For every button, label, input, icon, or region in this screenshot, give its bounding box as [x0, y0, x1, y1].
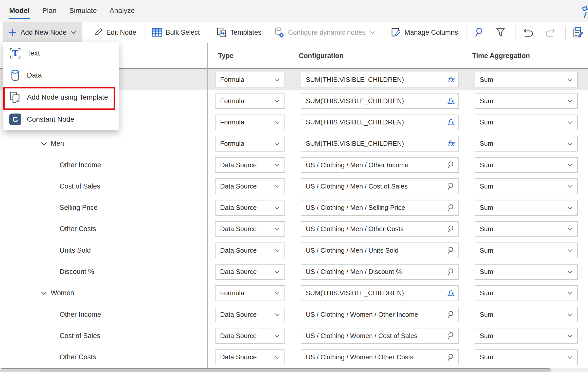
time-aggregation-dropdown[interactable]: Sum [475, 93, 578, 109]
table-row[interactable]: Other Costs Data Source US / Clothing / … [0, 218, 588, 240]
time-aggregation-dropdown[interactable]: Sum [475, 115, 578, 130]
redo-button[interactable] [545, 22, 556, 43]
chevron-down-icon[interactable] [40, 140, 48, 147]
configuration-input[interactable]: US / Clothing / Men / Discount % fx [301, 264, 459, 280]
configure-dynamic-nodes-button[interactable]: Configure dynamic nodes [274, 22, 376, 43]
type-dropdown[interactable]: Data Source [215, 157, 285, 173]
edit-node-button[interactable]: Edit Node [93, 22, 136, 43]
search-icon[interactable] [447, 247, 454, 254]
time-aggregation-dropdown[interactable]: Sum [475, 178, 578, 194]
tree-cell[interactable]: Other Income [0, 304, 207, 325]
tab-plan[interactable]: Plan [42, 0, 57, 19]
search-icon[interactable] [447, 268, 454, 276]
formula-fx-icon[interactable]: fx [447, 289, 454, 297]
tree-cell[interactable]: Cost of Sales [0, 176, 207, 197]
filter-button[interactable] [495, 22, 506, 43]
menu-item-constant-node[interactable]: C Constant Node [3, 108, 119, 130]
formula-fx-icon[interactable]: fx [447, 139, 454, 148]
menu-item-data[interactable]: Data [3, 64, 119, 86]
table-row[interactable]: Units Sold Data Source US / Clothing / M… [0, 240, 588, 261]
table-row[interactable]: Women Formula SUM(THIS.VISIBLE_CHILDREN)… [0, 283, 588, 304]
tree-cell[interactable]: Other Income [0, 154, 207, 176]
table-row[interactable]: Men Formula SUM(THIS.VISIBLE_CHILDREN) f… [0, 133, 588, 154]
chevron-down-icon[interactable] [40, 289, 48, 297]
tree-cell[interactable]: Women [0, 283, 207, 304]
time-aggregation-dropdown[interactable]: Sum [475, 221, 578, 237]
undo-button[interactable] [523, 22, 534, 43]
menu-item-add-node-using-template[interactable]: Add Node using Template [3, 86, 119, 108]
configuration-input[interactable]: SUM(THIS.VISIBLE_CHILDREN) fx [301, 115, 459, 130]
search-icon[interactable] [447, 161, 454, 169]
formula-fx-icon[interactable]: fx [447, 75, 454, 84]
tree-cell[interactable]: Cost of Sales [0, 325, 207, 346]
tree-cell[interactable]: Other Costs [0, 346, 207, 368]
tree-cell[interactable]: Other Costs [0, 218, 207, 240]
search-icon[interactable] [447, 354, 454, 361]
time-aggregation-dropdown[interactable]: Sum [475, 200, 578, 216]
time-aggregation-dropdown[interactable]: Sum [475, 157, 578, 173]
time-aggregation-dropdown[interactable]: Sum [475, 349, 578, 365]
tree-cell[interactable]: Units Sold [0, 240, 207, 261]
search-icon[interactable] [447, 204, 454, 212]
time-aggregation-dropdown[interactable]: Sum [475, 136, 578, 152]
manage-columns-button[interactable]: Manage Columns [391, 22, 458, 43]
search-button[interactable] [473, 22, 484, 43]
table-row[interactable]: Other Costs Data Source US / Clothing / … [0, 346, 588, 368]
type-dropdown[interactable]: Formula [215, 115, 285, 130]
configuration-input[interactable]: US / Clothing / Women / Other Costs fx [301, 349, 459, 365]
tree-cell[interactable]: Men [0, 133, 207, 154]
templates-button[interactable]: Templates [217, 22, 261, 43]
configuration-input[interactable]: SUM(THIS.VISIBLE_CHILDREN) fx [301, 285, 459, 301]
configuration-input[interactable]: US / Clothing / Men / Units Sold fx [301, 243, 459, 258]
configuration-input[interactable]: US / Clothing / Women / Cost of Sales fx [301, 328, 459, 344]
time-aggregation-dropdown[interactable]: Sum [475, 264, 578, 280]
time-aggregation-dropdown[interactable]: Sum [475, 307, 578, 322]
formula-fx-icon[interactable]: fx [447, 97, 454, 105]
tree-cell[interactable]: Selling Price [0, 197, 207, 218]
bulk-select-button[interactable]: Bulk Select [152, 22, 200, 43]
type-dropdown[interactable]: Data Source [215, 307, 285, 322]
table-row[interactable]: Cost of Sales Data Source US / Clothing … [0, 176, 588, 197]
table-row[interactable]: Cost of Sales Data Source US / Clothing … [0, 325, 588, 346]
configuration-input[interactable]: SUM(THIS.VISIBLE_CHILDREN) fx [301, 72, 459, 87]
table-row[interactable]: Discount % Data Source US / Clothing / M… [0, 261, 588, 282]
time-aggregation-dropdown[interactable]: Sum [475, 285, 578, 301]
add-new-node-button[interactable]: Add New Node [3, 22, 82, 43]
tab-simulate[interactable]: Simulate [69, 0, 97, 19]
table-row[interactable]: Selling Price Data Source US / Clothing … [0, 197, 588, 218]
time-aggregation-dropdown[interactable]: Sum [475, 72, 578, 87]
type-dropdown[interactable]: Formula [215, 93, 285, 109]
type-dropdown[interactable]: Data Source [215, 221, 285, 237]
configuration-input[interactable]: US / Clothing / Men / Other Costs fx [301, 221, 459, 237]
configuration-input[interactable]: SUM(THIS.VISIBLE_CHILDREN) fx [301, 136, 459, 152]
configuration-input[interactable]: US / Clothing / Men / Other Income fx [301, 157, 459, 173]
search-icon[interactable] [447, 332, 454, 340]
menu-item-text[interactable]: T Text [3, 42, 119, 64]
search-icon[interactable] [447, 311, 454, 318]
time-aggregation-dropdown[interactable]: Sum [475, 243, 578, 258]
time-aggregation-dropdown[interactable]: Sum [475, 328, 578, 344]
type-dropdown[interactable]: Data Source [215, 243, 285, 258]
type-dropdown[interactable]: Data Source [215, 328, 285, 344]
table-row[interactable]: Other Income Data Source US / Clothing /… [0, 304, 588, 325]
type-dropdown[interactable]: Data Source [215, 200, 285, 216]
type-dropdown[interactable]: Data Source [215, 178, 285, 194]
configuration-input[interactable]: SUM(THIS.VISIBLE_CHILDREN) fx [301, 93, 459, 109]
horizontal-scrollbar[interactable] [0, 368, 588, 372]
search-icon[interactable] [447, 225, 454, 233]
configuration-input[interactable]: US / Clothing / Men / Selling Price fx [301, 200, 459, 216]
edit-list-button[interactable] [573, 22, 584, 43]
configuration-input[interactable]: US / Clothing / Men / Cost of Sales fx [301, 178, 459, 194]
tree-cell[interactable]: Discount % [0, 261, 207, 282]
type-dropdown[interactable]: Data Source [215, 349, 285, 365]
tab-model[interactable]: Model [9, 0, 30, 19]
type-dropdown[interactable]: Data Source [215, 264, 285, 280]
formula-fx-icon[interactable]: fx [447, 118, 454, 127]
search-icon[interactable] [447, 182, 454, 190]
tab-analyze[interactable]: Analyze [109, 0, 135, 19]
type-dropdown[interactable]: Formula [215, 136, 285, 152]
table-row[interactable]: Other Income Data Source US / Clothing /… [0, 154, 588, 176]
configuration-input[interactable]: US / Clothing / Women / Other Income fx [301, 307, 459, 322]
type-dropdown[interactable]: Formula [215, 285, 285, 301]
scrollbar-thumb[interactable] [0, 368, 551, 372]
